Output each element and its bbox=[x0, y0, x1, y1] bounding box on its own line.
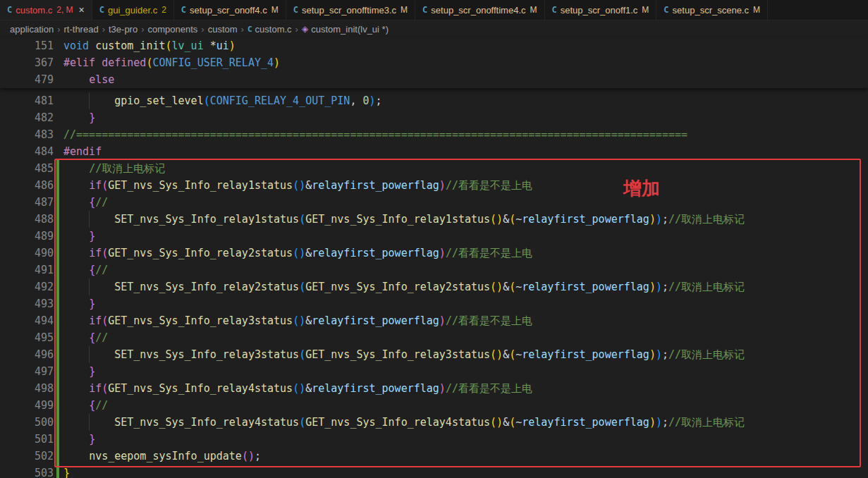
line-number[interactable]: 502 bbox=[0, 448, 54, 465]
breadcrumb-item-custom[interactable]: custom bbox=[208, 24, 238, 35]
code-text[interactable]: if(GET_nvs_Sys_Info_relay3status()&relay… bbox=[63, 312, 868, 329]
git-added-indicator[interactable] bbox=[54, 295, 63, 312]
line-number[interactable]: 499 bbox=[0, 397, 54, 414]
sticky-line-151[interactable]: 151void custom_init(lv_ui *ui) bbox=[0, 37, 868, 54]
line-number[interactable]: 496 bbox=[0, 346, 54, 363]
code-line-502[interactable]: 502 nvs_eepom_sysInfo_update(); bbox=[0, 448, 868, 465]
tab-setup_scr_scene.c[interactable]: Csetup_scr_scene.cM bbox=[656, 0, 768, 20]
code-line-486[interactable]: 486 if(GET_nvs_Sys_Info_relay1status()&r… bbox=[0, 177, 868, 194]
code-text[interactable]: //======================================… bbox=[63, 126, 868, 143]
line-number[interactable]: 490 bbox=[0, 245, 54, 262]
line-number[interactable]: 497 bbox=[0, 363, 54, 380]
tab-setup_scr_onoff1.c[interactable]: Csetup_scr_onoff1.cM bbox=[545, 0, 657, 20]
code-text[interactable]: {// bbox=[63, 262, 868, 278]
code-line-491[interactable]: 491 {// bbox=[0, 262, 868, 278]
line-number[interactable]: 500 bbox=[0, 414, 54, 431]
code-line-488[interactable]: 488 SET_nvs_Sys_Info_relay1status(GET_nv… bbox=[0, 211, 868, 228]
tab-setup_scr_onofftime3.c[interactable]: Csetup_scr_onofftime3.cM bbox=[286, 0, 415, 20]
git-added-indicator[interactable] bbox=[54, 177, 63, 194]
line-number[interactable]: 484 bbox=[0, 143, 54, 160]
code-text[interactable]: {// bbox=[63, 329, 868, 346]
code-text[interactable]: } bbox=[63, 109, 868, 126]
git-added-indicator[interactable] bbox=[54, 380, 63, 397]
line-number[interactable]: 494 bbox=[0, 312, 54, 329]
line-number[interactable]: 491 bbox=[0, 262, 54, 278]
code-line-493[interactable]: 493 } bbox=[0, 295, 868, 312]
line-number[interactable]: 151 bbox=[0, 37, 54, 54]
code-line-485[interactable]: 485 //取消上电标记 bbox=[0, 160, 868, 177]
line-number[interactable]: 488 bbox=[0, 211, 54, 228]
git-added-indicator[interactable] bbox=[54, 329, 63, 346]
code-line-483[interactable]: 483//===================================… bbox=[0, 126, 868, 143]
code-text[interactable]: } bbox=[63, 465, 868, 478]
tab-setup_scr_onofftime4.c[interactable]: Csetup_scr_onofftime4.cM bbox=[415, 0, 544, 20]
code-line-492[interactable]: 492 SET_nvs_Sys_Info_relay2status(GET_nv… bbox=[0, 278, 868, 295]
code-text[interactable]: #elif defined(CONFIG_USER_RELAY_4) bbox=[63, 54, 868, 71]
git-added-indicator[interactable] bbox=[54, 397, 63, 414]
sticky-line-367[interactable]: 367#elif defined(CONFIG_USER_RELAY_4) bbox=[0, 54, 868, 71]
code-text[interactable]: else bbox=[63, 71, 868, 88]
git-added-indicator[interactable] bbox=[54, 414, 63, 431]
code-text[interactable]: SET_nvs_Sys_Info_relay3status(GET_nvs_Sy… bbox=[63, 346, 868, 363]
git-added-indicator[interactable] bbox=[54, 194, 63, 211]
git-added-indicator[interactable] bbox=[54, 346, 63, 363]
git-added-indicator[interactable] bbox=[54, 228, 63, 245]
git-added-indicator[interactable] bbox=[54, 160, 63, 177]
line-number[interactable]: 489 bbox=[0, 228, 54, 245]
breadcrumb-item-file[interactable]: Ccustom.c bbox=[247, 24, 292, 35]
code-line-503[interactable]: 503} bbox=[0, 465, 868, 478]
sticky-line-479[interactable]: 479 else bbox=[0, 71, 868, 88]
breadcrumb-item-t3e-pro[interactable]: t3e-pro bbox=[109, 24, 137, 35]
line-number[interactable]: 485 bbox=[0, 160, 54, 177]
code-line-500[interactable]: 500 SET_nvs_Sys_Info_relay4status(GET_nv… bbox=[0, 414, 868, 431]
code-text[interactable]: SET_nvs_Sys_Info_relay1status(GET_nvs_Sy… bbox=[63, 211, 868, 228]
code-text[interactable]: SET_nvs_Sys_Info_relay2status(GET_nvs_Sy… bbox=[63, 278, 868, 295]
code-text[interactable]: } bbox=[63, 295, 868, 312]
breadcrumb-item-components[interactable]: components bbox=[148, 24, 198, 35]
editor[interactable]: 151void custom_init(lv_ui *ui)367#elif d… bbox=[0, 37, 868, 478]
tab-setup_scr_onoff4.c[interactable]: Csetup_scr_onoff4.cM bbox=[174, 0, 286, 20]
code-line-494[interactable]: 494 if(GET_nvs_Sys_Info_relay3status()&r… bbox=[0, 312, 868, 329]
tab-gui_guider.c[interactable]: Cgui_guider.c2 bbox=[92, 0, 174, 20]
tab-custom.c[interactable]: Ccustom.c2, M× bbox=[0, 0, 92, 20]
line-number[interactable]: 493 bbox=[0, 295, 54, 312]
code-text[interactable]: if(GET_nvs_Sys_Info_relay2status()&relay… bbox=[63, 245, 868, 262]
line-number[interactable]: 492 bbox=[0, 278, 54, 295]
git-added-indicator[interactable] bbox=[54, 363, 63, 380]
code-line-487[interactable]: 487 {// bbox=[0, 194, 868, 211]
code-text[interactable]: gpio_set_level(CONFIG_RELAY_4_OUT_PIN, 0… bbox=[63, 92, 868, 109]
line-number[interactable]: 503 bbox=[0, 465, 54, 478]
code-text[interactable]: } bbox=[63, 363, 868, 380]
git-added-indicator[interactable] bbox=[54, 211, 63, 228]
line-number[interactable]: 498 bbox=[0, 380, 54, 397]
breadcrumb-item-application[interactable]: application bbox=[10, 24, 54, 35]
code-text[interactable]: } bbox=[63, 431, 868, 448]
git-added-indicator[interactable] bbox=[54, 278, 63, 295]
breadcrumb-item-rt-thread[interactable]: rt-thread bbox=[64, 24, 99, 35]
code-line-484[interactable]: 484#endif bbox=[0, 143, 868, 160]
code-text[interactable]: SET_nvs_Sys_Info_relay4status(GET_nvs_Sy… bbox=[63, 414, 868, 431]
line-number[interactable]: 482 bbox=[0, 109, 54, 126]
code-line-501[interactable]: 501 } bbox=[0, 431, 868, 448]
code-text[interactable]: #endif bbox=[63, 143, 868, 160]
close-icon[interactable]: × bbox=[79, 4, 85, 16]
git-added-indicator[interactable] bbox=[54, 312, 63, 329]
breadcrumb-item-symbol[interactable]: ◈custom_init(lv_ui *) bbox=[302, 24, 389, 35]
line-number[interactable]: 367 bbox=[0, 54, 54, 71]
code-line-489[interactable]: 489 } bbox=[0, 228, 868, 245]
line-number[interactable]: 495 bbox=[0, 329, 54, 346]
code-text[interactable]: {// bbox=[63, 194, 868, 211]
code-text[interactable]: if(GET_nvs_Sys_Info_relay4status()&relay… bbox=[63, 380, 868, 397]
code-line-490[interactable]: 490 if(GET_nvs_Sys_Info_relay2status()&r… bbox=[0, 245, 868, 262]
code-text[interactable]: void custom_init(lv_ui *ui) bbox=[63, 37, 868, 54]
line-number[interactable]: 479 bbox=[0, 71, 54, 88]
code-line-482[interactable]: 482 } bbox=[0, 109, 868, 126]
line-number[interactable]: 487 bbox=[0, 194, 54, 211]
line-number[interactable]: 501 bbox=[0, 431, 54, 448]
line-number[interactable]: 486 bbox=[0, 177, 54, 194]
code-text[interactable]: if(GET_nvs_Sys_Info_relay1status()&relay… bbox=[63, 177, 868, 194]
line-number[interactable]: 481 bbox=[0, 92, 54, 109]
code-line-498[interactable]: 498 if(GET_nvs_Sys_Info_relay4status()&r… bbox=[0, 380, 868, 397]
code-text[interactable]: nvs_eepom_sysInfo_update(); bbox=[63, 448, 868, 465]
code-line-497[interactable]: 497 } bbox=[0, 363, 868, 380]
